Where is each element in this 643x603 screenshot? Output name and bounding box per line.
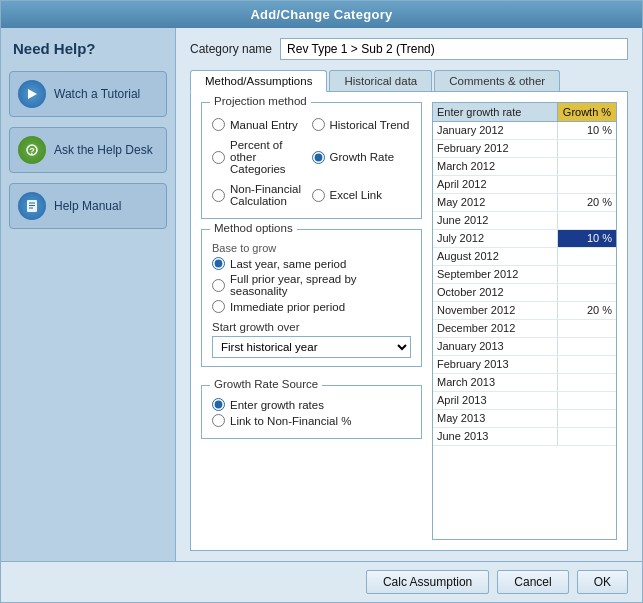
cell-date: November 2012 [433, 302, 558, 319]
sidebar-title: Need Help? [9, 40, 167, 57]
cell-growth-value[interactable] [558, 338, 616, 355]
start-growth-label: Start growth over [212, 321, 411, 333]
ask-help-desk-label: Ask the Help Desk [54, 143, 153, 157]
category-name-input[interactable] [280, 38, 628, 60]
growth-rate-table: Enter growth rate Growth % January 20121… [432, 102, 617, 540]
start-growth-dropdown[interactable]: First historical year Last year Custom [212, 336, 411, 358]
radio-link-non-financial[interactable]: Link to Non-Financial % [212, 414, 411, 427]
table-row[interactable]: October 2012 [433, 284, 616, 302]
radio-immediate-prior[interactable]: Immediate prior period [212, 300, 411, 313]
table-row[interactable]: January 201210 % [433, 122, 616, 140]
table-row[interactable]: September 2012 [433, 266, 616, 284]
tabs: Method/Assumptions Historical data Comme… [190, 70, 628, 92]
cell-growth-value[interactable]: 10 % [558, 230, 616, 247]
method-options-section: Method options Base to grow Last year, s… [201, 229, 422, 367]
help-icon: ? [18, 136, 46, 164]
radio-full-prior[interactable]: Full prior year, spread by seasonality [212, 273, 411, 297]
cell-date: April 2012 [433, 176, 558, 193]
growth-rate-source-section: Growth Rate Source Enter growth rates Li… [201, 385, 422, 439]
dialog: Add/Change Category Need Help? Watch a T… [0, 0, 643, 603]
cell-date: March 2013 [433, 374, 558, 391]
growth-rate-source-title: Growth Rate Source [210, 378, 322, 390]
cell-growth-value[interactable]: 20 % [558, 194, 616, 211]
cell-growth-value[interactable] [558, 158, 616, 175]
radio-manual-entry[interactable]: Manual Entry [212, 118, 312, 131]
radio-last-year[interactable]: Last year, same period [212, 257, 411, 270]
category-row: Category name [190, 38, 628, 60]
cell-date: June 2013 [433, 428, 558, 445]
cell-growth-value[interactable] [558, 410, 616, 427]
radio-historical-trend[interactable]: Historical Trend [312, 118, 412, 131]
cell-date: January 2012 [433, 122, 558, 139]
col-growth-header: Growth % [558, 103, 616, 121]
radio-enter-growth[interactable]: Enter growth rates [212, 398, 411, 411]
sidebar: Need Help? Watch a Tutorial ? Ask the He… [1, 28, 176, 561]
radio-growth-rate[interactable]: Growth Rate [312, 139, 412, 175]
projection-method-title: Projection method [210, 95, 311, 107]
tab-content: Projection method Manual Entry Historica… [190, 92, 628, 551]
growth-table-header: Enter growth rate Growth % [433, 103, 616, 122]
table-row[interactable]: March 2013 [433, 374, 616, 392]
cell-date: May 2013 [433, 410, 558, 427]
tab-historical-data[interactable]: Historical data [329, 70, 432, 91]
cell-growth-value[interactable]: 10 % [558, 122, 616, 139]
cell-date: February 2013 [433, 356, 558, 373]
table-row[interactable]: May 2013 [433, 410, 616, 428]
col-date-header: Enter growth rate [433, 103, 558, 121]
projection-method-section: Projection method Manual Entry Historica… [201, 102, 422, 219]
cell-growth-value[interactable] [558, 212, 616, 229]
dialog-body: Need Help? Watch a Tutorial ? Ask the He… [1, 28, 642, 561]
sidebar-item-ask-help-desk[interactable]: ? Ask the Help Desk [9, 127, 167, 173]
table-row[interactable]: July 201210 % [433, 230, 616, 248]
cell-date: February 2012 [433, 140, 558, 157]
main-content: Category name Method/Assumptions Histori… [176, 28, 642, 561]
cancel-button[interactable]: Cancel [497, 570, 568, 594]
cell-growth-value[interactable] [558, 140, 616, 157]
radio-excel-link[interactable]: Excel Link [312, 183, 412, 207]
table-row[interactable]: December 2012 [433, 320, 616, 338]
table-row[interactable]: November 201220 % [433, 302, 616, 320]
tab-method-assumptions[interactable]: Method/Assumptions [190, 70, 327, 92]
play-icon [18, 80, 46, 108]
cell-growth-value[interactable] [558, 356, 616, 373]
cell-date: April 2013 [433, 392, 558, 409]
cell-date: October 2012 [433, 284, 558, 301]
cell-growth-value[interactable] [558, 374, 616, 391]
table-row[interactable]: March 2012 [433, 158, 616, 176]
book-icon [18, 192, 46, 220]
calc-assumption-button[interactable]: Calc Assumption [366, 570, 489, 594]
table-row[interactable]: August 2012 [433, 248, 616, 266]
start-growth-row: Start growth over First historical year … [212, 321, 411, 358]
cell-growth-value[interactable] [558, 176, 616, 193]
radio-percent-other[interactable]: Percent of other Categories [212, 139, 312, 175]
sidebar-item-help-manual[interactable]: Help Manual [9, 183, 167, 229]
table-row[interactable]: February 2012 [433, 140, 616, 158]
cell-growth-value[interactable] [558, 320, 616, 337]
table-row[interactable]: June 2012 [433, 212, 616, 230]
cell-date: December 2012 [433, 320, 558, 337]
table-row[interactable]: April 2012 [433, 176, 616, 194]
cell-date: June 2012 [433, 212, 558, 229]
cell-growth-value[interactable] [558, 248, 616, 265]
cell-date: August 2012 [433, 248, 558, 265]
table-row[interactable]: May 201220 % [433, 194, 616, 212]
cell-growth-value[interactable] [558, 392, 616, 409]
base-to-grow-label: Base to grow [212, 242, 411, 254]
sidebar-item-watch-tutorial[interactable]: Watch a Tutorial [9, 71, 167, 117]
table-row[interactable]: April 2013 [433, 392, 616, 410]
table-row[interactable]: February 2013 [433, 356, 616, 374]
cell-growth-value[interactable]: 20 % [558, 302, 616, 319]
svg-text:?: ? [29, 146, 35, 156]
table-row[interactable]: June 2013 [433, 428, 616, 446]
ok-button[interactable]: OK [577, 570, 628, 594]
table-row[interactable]: January 2013 [433, 338, 616, 356]
projection-method-options: Manual Entry Historical Trend Percent of… [212, 115, 411, 210]
cell-growth-value[interactable] [558, 428, 616, 445]
cell-date: July 2012 [433, 230, 558, 247]
cell-growth-value[interactable] [558, 266, 616, 283]
radio-non-financial[interactable]: Non-Financial Calculation [212, 183, 312, 207]
growth-table-scroll[interactable]: January 201210 %February 2012March 2012A… [433, 122, 616, 539]
tab-comments-other[interactable]: Comments & other [434, 70, 560, 91]
cell-growth-value[interactable] [558, 284, 616, 301]
cell-date: September 2012 [433, 266, 558, 283]
